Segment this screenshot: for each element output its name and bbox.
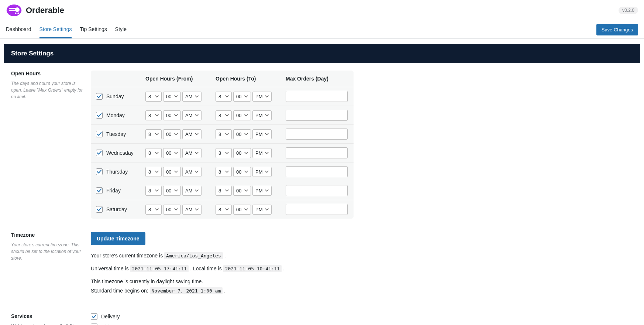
from-ampm-select[interactable]: AM [182,148,202,158]
chevron-down-icon [265,150,269,156]
table-row: Sunday800AM800PM [91,87,354,106]
from-hour-select[interactable]: 8 [145,92,162,102]
from-cell: 800AM [145,167,216,177]
day-enabled-checkbox[interactable] [96,93,103,100]
to-ampm-select[interactable]: PM [252,148,272,158]
day-enabled-checkbox[interactable] [96,187,103,194]
from-ampm-select[interactable]: AM [182,110,202,120]
from-ampm-select[interactable]: AM [182,92,202,102]
from-hour-select[interactable]: 8 [145,205,162,215]
to-hour-select[interactable]: 8 [216,205,232,215]
save-button[interactable]: Save Changes [596,24,638,35]
select-value: 00 [236,94,241,99]
from-ampm-select[interactable]: AM [182,167,202,177]
from-cell: 800AM [145,205,216,215]
update-timezone-button[interactable]: Update Timezone [91,232,145,245]
select-value: 00 [236,150,241,156]
from-minute-select[interactable]: 00 [163,186,181,196]
to-ampm-select[interactable]: PM [252,129,272,139]
select-value: 00 [236,188,241,194]
from-minute-select[interactable]: 00 [163,110,181,120]
to-minute-select[interactable]: 00 [233,92,251,102]
from-minute-select[interactable]: 00 [163,205,181,215]
service-checkbox[interactable] [91,324,97,325]
chevron-down-icon [244,188,248,194]
chevron-down-icon [174,113,178,118]
timezone-std-line: Standard time begins on: November 7, 202… [91,287,633,295]
day-enabled-checkbox[interactable] [96,131,103,137]
from-hour-select[interactable]: 8 [145,167,162,177]
from-hour-select[interactable]: 8 [145,110,162,120]
max-orders-input[interactable] [286,91,348,102]
max-orders-input[interactable] [286,185,348,196]
to-cell: 800PM [216,148,286,158]
text: . [224,288,225,294]
from-minute-select[interactable]: 00 [163,167,181,177]
day-enabled-checkbox[interactable] [96,168,103,175]
select-value: 00 [236,131,241,137]
to-hour-select[interactable]: 8 [216,129,232,139]
day-enabled-checkbox[interactable] [96,206,103,213]
day-enabled-checkbox[interactable] [96,150,103,156]
select-value: 8 [218,188,221,194]
from-ampm-select[interactable]: AM [182,129,202,139]
max-orders-input[interactable] [286,129,348,140]
from-ampm-select[interactable]: AM [182,205,202,215]
table-row: Wednesday800AM800PM [91,144,354,162]
to-minute-select[interactable]: 00 [233,129,251,139]
table-row: Saturday800AM800PM [91,200,354,219]
day-enabled-checkbox[interactable] [96,112,103,119]
select-value: AM [185,150,193,156]
select-value: AM [185,131,193,137]
from-minute-select[interactable]: 00 [163,148,181,158]
from-minute-select[interactable]: 00 [163,92,181,102]
local-time: 2021-11-05 10:41:11 [223,265,282,272]
tab-store-settings[interactable]: Store Settings [39,21,72,38]
to-minute-select[interactable]: 00 [233,186,251,196]
from-hour-select[interactable]: 8 [145,129,162,139]
max-orders-input[interactable] [286,110,348,121]
select-value: 00 [166,169,171,175]
to-ampm-select[interactable]: PM [252,186,272,196]
day-label: Saturday [106,206,127,212]
to-cell: 800PM [216,92,286,102]
to-minute-select[interactable]: 00 [233,167,251,177]
app-header: Orderable v0.2.0 [0,0,644,21]
chevron-down-icon [155,94,159,99]
day-label: Friday [106,188,121,194]
select-value: AM [185,207,193,212]
to-ampm-select[interactable]: PM [252,167,272,177]
to-minute-select[interactable]: 00 [233,110,251,120]
chevron-down-icon [225,94,229,99]
max-orders-input[interactable] [286,166,348,177]
from-hour-select[interactable]: 8 [145,186,162,196]
from-minute-select[interactable]: 00 [163,129,181,139]
tab-tip-settings[interactable]: Tip Settings [80,21,107,38]
to-hour-select[interactable]: 8 [216,110,232,120]
to-ampm-select[interactable]: PM [252,110,272,120]
select-value: 00 [166,188,171,194]
to-minute-select[interactable]: 00 [233,205,251,215]
brand: Orderable [6,4,64,17]
timezone-label: Timezone [11,232,83,238]
services-label: Services [11,313,83,319]
from-hour-select[interactable]: 8 [145,148,162,158]
to-hour-select[interactable]: 8 [216,92,232,102]
to-ampm-select[interactable]: PM [252,205,272,215]
chevron-down-icon [265,207,269,212]
table-row: Friday800AM800PM [91,181,354,200]
select-value: 00 [166,113,171,118]
tab-style[interactable]: Style [115,21,127,38]
max-orders-input[interactable] [286,147,348,158]
from-ampm-select[interactable]: AM [182,186,202,196]
max-orders-input[interactable] [286,204,348,215]
to-hour-select[interactable]: 8 [216,148,232,158]
tab-dashboard[interactable]: Dashboard [6,21,31,38]
max-cell [286,166,348,177]
to-hour-select[interactable]: 8 [216,167,232,177]
to-ampm-select[interactable]: PM [252,92,272,102]
to-minute-select[interactable]: 00 [233,148,251,158]
to-hour-select[interactable]: 8 [216,186,232,196]
service-checkbox[interactable] [91,313,97,320]
col-header-max: Max Orders (Day) [286,76,348,82]
